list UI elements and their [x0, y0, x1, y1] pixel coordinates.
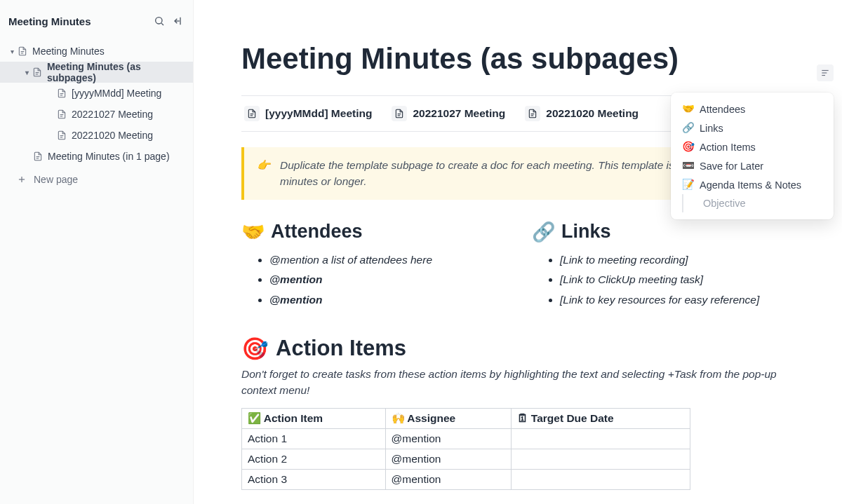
tree-item-label: [yyyyMMdd] Meeting: [72, 88, 161, 99]
subpage-label: 20221020 Meeting: [546, 107, 639, 120]
action-subtext: Don't forget to create tasks from these …: [241, 366, 808, 399]
collapse-sidebar-icon[interactable]: [171, 14, 185, 28]
toc-label: Objective: [703, 198, 745, 209]
doc-icon: [17, 46, 28, 56]
list-item: @mention a list of attendees here: [269, 250, 518, 271]
sidebar-header: Meeting Minutes: [0, 14, 193, 41]
doc-icon: [392, 106, 407, 121]
page-content: Meeting Minutes (as subpages) [yyyyMMdd]…: [194, 0, 842, 504]
subpage-link[interactable]: 20221027 Meeting: [392, 106, 505, 121]
links-section: 🔗 Links [Link to meeting recording][Link…: [532, 221, 808, 311]
tree-item[interactable]: ▾Meeting Minutes: [0, 41, 193, 62]
links-list: [Link to meeting recording][Link to Clic…: [532, 250, 808, 311]
doc-title: Meeting Minutes: [8, 15, 148, 27]
tree-item-label: Meeting Minutes: [32, 46, 105, 57]
toc-toggle-button[interactable]: [817, 64, 834, 81]
doc-icon: [525, 106, 540, 121]
chevron-down-icon: ▾: [7, 48, 17, 55]
toc-label: Action Items: [700, 142, 756, 153]
attendees-heading: Attendees: [271, 221, 363, 243]
action-emoji: 🎯: [241, 336, 269, 362]
toc-item[interactable]: 📼Save for Later: [671, 156, 834, 175]
toc-label: Links: [700, 123, 723, 134]
cell-due-date[interactable]: [511, 429, 690, 449]
action-heading-text: Action Items: [276, 336, 406, 361]
toc-item[interactable]: 🔗Links: [671, 118, 834, 137]
tree-item[interactable]: 20221027 Meeting: [0, 104, 193, 125]
toc-item[interactable]: 🎯Action Items: [671, 137, 834, 156]
chevron-down-icon: ▾: [22, 69, 32, 76]
toc-emoji: 📝: [682, 179, 695, 191]
cell-action[interactable]: Action 2: [242, 449, 386, 470]
svg-line-1: [161, 23, 163, 25]
col-due-date: 🗓 Target Due Date: [511, 409, 690, 429]
new-page-button[interactable]: New page: [0, 167, 193, 185]
cell-assignee[interactable]: @mention: [385, 429, 511, 449]
cell-assignee[interactable]: @mention: [385, 470, 511, 490]
toc-popover: 🤝Attendees🔗Links🎯Action Items📼Save for L…: [671, 93, 834, 219]
tree-item[interactable]: Meeting Minutes (in 1 page): [0, 146, 193, 167]
search-icon[interactable]: [152, 14, 166, 28]
list-item: [Link to key resources for easy referenc…: [560, 290, 808, 311]
attendees-list: @mention a list of attendees here@mentio…: [241, 250, 518, 311]
attendees-section: 🤝 Attendees @mention a list of attendees…: [241, 221, 518, 311]
callout-emoji: 👉: [257, 157, 270, 190]
toc-item[interactable]: 🤝Attendees: [671, 100, 834, 118]
doc-icon: [244, 106, 260, 121]
cell-action[interactable]: Action 1: [242, 429, 386, 449]
cell-action[interactable]: Action 3: [242, 470, 386, 490]
action-items-table: ✅ Action Item 🙌 Assignee 🗓 Target Due Da…: [241, 408, 690, 490]
doc-icon: [32, 67, 42, 77]
toc-item[interactable]: Objective: [682, 194, 834, 212]
subpage-link[interactable]: 20221020 Meeting: [525, 106, 639, 121]
tree-item[interactable]: [yyyyMMdd] Meeting: [0, 83, 193, 104]
col-action-item: ✅ Action Item: [242, 409, 386, 429]
links-heading: Links: [561, 221, 611, 243]
plus-icon: [17, 175, 28, 184]
new-page-label: New page: [34, 174, 78, 185]
doc-icon: [56, 109, 67, 119]
cell-due-date[interactable]: [511, 449, 690, 470]
tree-item[interactable]: ▾Meeting Minutes (as subpages): [0, 62, 193, 83]
toc-label: Save for Later: [700, 161, 763, 172]
table-row: Action 2@mention: [242, 449, 690, 470]
doc-icon: [56, 130, 67, 140]
tree-item[interactable]: 20221020 Meeting: [0, 125, 193, 146]
doc-icon: [32, 151, 44, 161]
cell-assignee[interactable]: @mention: [385, 449, 511, 470]
attendees-emoji: 🤝: [241, 221, 265, 243]
list-item: @mention: [269, 270, 518, 290]
two-column-section: 🤝 Attendees @mention a list of attendees…: [241, 221, 808, 311]
tree-item-label: 20221020 Meeting: [72, 130, 153, 141]
action-items-heading: 🎯 Action Items: [241, 336, 808, 362]
cell-due-date[interactable]: [511, 470, 690, 490]
list-item: [Link to ClickUp meeting task]: [560, 270, 808, 290]
page-title: Meeting Minutes (as subpages): [241, 42, 808, 76]
svg-point-0: [156, 18, 162, 24]
toc-emoji: 🎯: [682, 141, 695, 153]
tree-item-label: Meeting Minutes (in 1 page): [48, 151, 170, 162]
main-area: Meeting Minutes (as subpages) [yyyyMMdd]…: [194, 0, 842, 504]
links-emoji: 🔗: [532, 221, 556, 243]
table-row: Action 3@mention: [242, 470, 690, 490]
list-item: @mention: [269, 290, 518, 311]
page-tree: ▾Meeting Minutes▾Meeting Minutes (as sub…: [0, 41, 193, 167]
subpage-label: [yyyyMMdd] Meeting: [265, 107, 372, 120]
tree-item-label: Meeting Minutes (as subpages): [47, 61, 187, 83]
toc-label: Agenda Items & Notes: [700, 179, 801, 191]
sidebar: Meeting Minutes ▾Meeting Minutes▾Meeting…: [0, 0, 194, 504]
subpage-link[interactable]: [yyyyMMdd] Meeting: [244, 106, 372, 121]
doc-icon: [56, 88, 67, 98]
list-item: [Link to meeting recording]: [560, 250, 808, 271]
toc-emoji: 🤝: [682, 103, 695, 115]
toc-emoji: 📼: [682, 160, 695, 172]
toc-emoji: 🔗: [682, 122, 695, 134]
table-row: Action 1@mention: [242, 429, 690, 449]
subpage-label: 20221027 Meeting: [413, 107, 505, 120]
tree-item-label: 20221027 Meeting: [72, 109, 153, 120]
col-assignee: 🙌 Assignee: [385, 409, 511, 429]
toc-label: Attendees: [700, 104, 745, 115]
toc-item[interactable]: 📝Agenda Items & Notes: [671, 175, 834, 194]
